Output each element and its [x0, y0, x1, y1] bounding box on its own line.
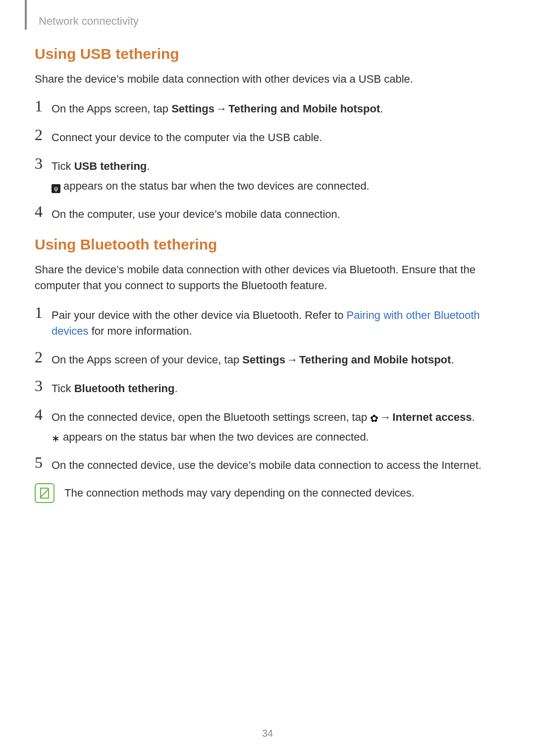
note-icon: [35, 483, 54, 503]
usb-tether-icon: ψ: [52, 184, 60, 193]
text: Pair your device with the other device v…: [52, 309, 347, 321]
list-item: 5 On the connected device, use the devic…: [35, 454, 500, 473]
breadcrumb: Network connectivity: [39, 15, 500, 28]
list-item: 4 On the connected device, open the Blue…: [35, 406, 500, 445]
section-usb-intro: Share the device’s mobile data connectio…: [35, 71, 500, 87]
step-body: On the computer, use your device’s mobil…: [52, 203, 500, 222]
text: .: [147, 160, 150, 172]
step-body: Pair your device with the other device v…: [52, 304, 500, 339]
text: .: [175, 382, 178, 395]
step-number: 4: [35, 203, 52, 219]
note-callout: The connection methods may vary dependin…: [35, 483, 500, 503]
text: .: [451, 353, 454, 366]
list-item: 2 Connect your device to the computer vi…: [35, 127, 500, 146]
step-number: 3: [35, 378, 52, 394]
step-body: On the connected device, open the Blueto…: [52, 406, 500, 445]
bold-text: Bluetooth tethering: [74, 382, 175, 395]
text: appears on the status bar when the two d…: [60, 180, 370, 192]
step-body: Tick Bluetooth tethering.: [52, 378, 500, 397]
step-body: On the connected device, use the device’…: [52, 454, 500, 473]
bold-text: Tethering and Mobile hotspot: [228, 102, 380, 115]
page-number: 34: [0, 728, 535, 739]
section-heading-usb: Using USB tethering: [35, 46, 500, 62]
step-body: Tick USB tethering. ψ appears on the sta…: [52, 155, 500, 194]
step-subtext: ∗ appears on the status bar when the two…: [52, 429, 500, 445]
step-body: Connect your device to the computer via …: [52, 127, 500, 146]
section-heading-bluetooth: Using Bluetooth tethering: [35, 236, 500, 253]
step-subtext: ψ appears on the status bar when the two…: [52, 178, 500, 194]
text: .: [380, 102, 383, 115]
step-number: 1: [35, 304, 52, 320]
step-body: On the Apps screen, tap Settings → Tethe…: [52, 98, 500, 117]
list-item: 1 On the Apps screen, tap Settings → Tet…: [35, 98, 500, 117]
text: On the Apps screen, tap: [52, 102, 171, 115]
list-item: 1 Pair your device with the other device…: [35, 304, 500, 339]
bold-text: Tethering and Mobile hotspot: [299, 353, 451, 366]
list-item: 4 On the computer, use your device’s mob…: [35, 203, 500, 222]
step-number: 3: [35, 155, 52, 171]
step-number: 2: [35, 127, 52, 143]
gear-icon: ✿: [370, 413, 378, 423]
arrow-icon: →: [285, 352, 299, 368]
arrow-icon: →: [378, 409, 392, 425]
text: On the Apps screen of your device, tap: [52, 353, 242, 366]
step-number: 1: [35, 98, 52, 114]
bold-text: Settings: [171, 102, 214, 115]
step-body: On the Apps screen of your device, tap S…: [52, 349, 500, 368]
list-item: 3 Tick Bluetooth tethering.: [35, 378, 500, 397]
bold-text: Internet access: [392, 411, 472, 423]
bluetooth-tether-icon: ∗: [52, 433, 60, 443]
text: .: [472, 411, 475, 423]
step-number: 5: [35, 454, 52, 470]
step-number: 2: [35, 349, 52, 365]
list-item: 3 Tick USB tethering. ψ appears on the s…: [35, 155, 500, 194]
step-number: 4: [35, 406, 52, 422]
document-page: Network connectivity Using USB tethering…: [0, 0, 535, 756]
section-bt-intro: Share the device’s mobile data connectio…: [35, 262, 500, 294]
list-item: 2 On the Apps screen of your device, tap…: [35, 349, 500, 368]
text: Tick: [52, 160, 74, 172]
usb-steps-list: 1 On the Apps screen, tap Settings → Tet…: [35, 98, 500, 222]
arrow-icon: →: [214, 101, 228, 117]
text: for more information.: [89, 325, 192, 337]
bt-steps-list: 1 Pair your device with the other device…: [35, 304, 500, 473]
note-text: The connection methods may vary dependin…: [64, 487, 415, 500]
bold-text: Settings: [242, 353, 285, 366]
bold-text: USB tethering: [74, 160, 147, 172]
text: On the connected device, open the Blueto…: [52, 411, 370, 423]
page-corner-mark: [25, 0, 27, 30]
text: appears on the status bar when the two d…: [60, 431, 369, 443]
text: Tick: [52, 382, 74, 395]
